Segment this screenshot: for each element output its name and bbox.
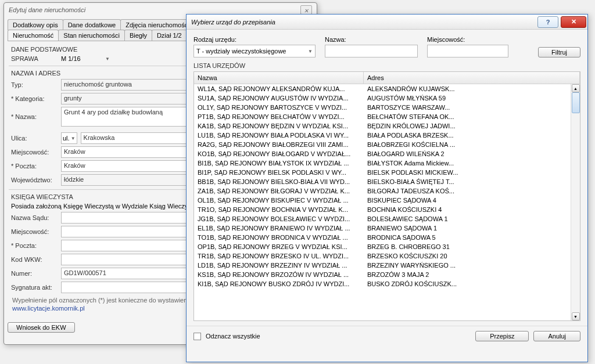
wniosek-ekw-button[interactable]: Wniosek do EKW <box>8 322 75 333</box>
miejscowosc-filter-input[interactable] <box>427 45 508 57</box>
column-nazwa[interactable]: Nazwa <box>194 72 364 84</box>
cell-nazwa: TO1B, SĄD REJONOWY BRODNICA V WYDZIAŁ ..… <box>198 234 367 241</box>
cell-nazwa: OL1B, SĄD REJONOWY BISKUPIEC V WYDZIAŁ .… <box>198 197 367 204</box>
poczta-label: * Poczta: <box>11 163 58 170</box>
cell-adres: BUSKO ZDRÓJ KOŚCIUSZK... <box>367 280 576 287</box>
cell-nazwa: EL1B, SĄD REJONOWY BRANIEWO IV WYDZIAŁ .… <box>198 225 367 232</box>
table-row[interactable]: ZA1B, SĄD REJONOWY BIŁGORAJ V WYDZIAŁ K.… <box>194 186 580 196</box>
close-icon[interactable]: ✕ <box>561 16 586 28</box>
cell-nazwa: SU1A, SĄD REJONOWY AUGUSTÓW IV WYDZIA... <box>198 95 367 102</box>
cell-nazwa: OL1Y, SĄD REJONOWY BARTOSZYCE V WYDZI... <box>198 104 367 111</box>
table-row[interactable]: OL1B, SĄD REJONOWY BISKUPIEC V WYDZIAŁ .… <box>194 196 580 205</box>
rodzaj-select[interactable]: T - wydziały wieczystoksięgowe ▼ <box>193 45 316 57</box>
cell-adres: BRZESKO KOŚCIUSZKI 20 <box>367 253 576 260</box>
footnote-text: Wypełnienie pól oznaczonych (*) jest kon… <box>12 297 189 304</box>
chevron-down-icon: ▼ <box>71 136 76 141</box>
table-row[interactable]: SU1A, SĄD REJONOWY AUGUSTÓW IV WYDZIA...… <box>194 93 580 103</box>
scroll-down-icon[interactable]: ▼ <box>572 312 580 320</box>
cell-nazwa: KS1B, SĄD REJONOWY BRZOZÓW IV WYDZIAŁ ..… <box>198 271 367 278</box>
cell-nazwa: RA2G, SĄD REJONOWY BIAŁOBRZEGI VIII ZAMI… <box>198 141 367 148</box>
chevron-down-icon: ▼ <box>308 49 313 54</box>
kategoria-label: * Kategoria: <box>11 95 58 102</box>
scrollbar-track[interactable] <box>572 92 580 312</box>
przepisz-button[interactable]: Przepisz <box>475 331 529 341</box>
miejscowosc2-label: Miejscowość: <box>11 228 58 235</box>
table-row[interactable]: TR1O, SĄD REJONOWY BOCHNIA V WYDZIAŁ K..… <box>194 205 580 214</box>
tab-zdjecia[interactable]: Zdjęcia nieruchomości <box>120 19 194 30</box>
tab-dzial12[interactable]: Dział 1/2 <box>152 30 187 41</box>
tab-stan[interactable]: Stan nieruchomości <box>58 30 125 41</box>
ulica-prefix-select[interactable]: ul.▼ <box>61 132 77 144</box>
cell-adres: BRZOZÓW 3 MAJA 2 <box>367 271 576 278</box>
footnote-link[interactable]: www.licytacje.komornik.pl <box>12 305 85 312</box>
column-adres[interactable]: Adres <box>364 72 580 84</box>
help-icon[interactable]: ? <box>537 16 558 28</box>
rodzaj-value: T - wydziały wieczystoksięgowe <box>196 48 286 55</box>
tab-nieruchomosc[interactable]: Nieruchomość <box>8 30 59 41</box>
table-row[interactable]: OL1Y, SĄD REJONOWY BARTOSZYCE V WYDZI...… <box>194 103 580 112</box>
cell-nazwa: BI1P, SĄD REJONOWY BIELSK PODLASKI V WY.… <box>198 169 367 176</box>
cell-adres: BIŁGORAJ TADEUSZA KOŚ... <box>367 188 576 194</box>
dialog-title: Wybierz urząd do przepisania <box>191 19 536 26</box>
table-row[interactable]: PT1B, SĄD REJONOWY BEŁCHATÓW V WYDZI...B… <box>194 112 580 121</box>
cell-adres: BOCHNIA KOŚCIUSZKI 4 <box>367 206 576 213</box>
table-row[interactable]: RA2G, SĄD REJONOWY BIAŁOBRZEGI VIII ZAMI… <box>194 140 580 149</box>
table-row[interactable]: WL1A, SĄD REJONOWY ALEKSANDRÓW KUJA...AL… <box>194 84 580 93</box>
nazwa-filter-label: Nazwa: <box>325 36 418 43</box>
cell-nazwa: WL1A, SĄD REJONOWY ALEKSANDRÓW KUJA... <box>198 85 367 92</box>
table-row[interactable]: KI1B, SĄD REJONOWY BUSKO ZDRÓJ IV WYDZI.… <box>194 279 580 289</box>
table-row[interactable]: LU1B, SĄD REJONOWY BIAŁA PODLASKA VI WY.… <box>194 131 580 140</box>
sygnatura-label: Sygnatura akt: <box>11 284 58 291</box>
sprawa-value: M 1/16 <box>61 55 102 62</box>
close-icon[interactable]: ⨉ <box>300 5 312 15</box>
cell-adres: ALEKSANDRÓW KUJAWSK... <box>367 85 576 92</box>
cell-adres: BRANIEWO SĄDOWA 1 <box>367 225 576 232</box>
tab-dodatkowy-opis[interactable]: Dodatkowy opis <box>8 19 63 30</box>
cell-adres: BISKUPIEC SĄDOWA 4 <box>367 197 576 204</box>
table-row[interactable]: JG1B, SĄD REJONOWY BOLESŁAWIEC V WYDZI..… <box>194 214 580 224</box>
chevron-down-icon[interactable]: ▼ <box>105 56 110 62</box>
kod-wkw-label: Kod WKW: <box>11 256 58 263</box>
nazwa-filter-input[interactable] <box>325 45 418 57</box>
table-row[interactable]: TO1B, SĄD REJONOWY BRODNICA V WYDZIAŁ ..… <box>194 233 580 242</box>
sprawa-label: SPRAWA <box>11 55 58 62</box>
cell-nazwa: BB1B, SĄD REJONOWY BIELSKO-BIAŁA VII WYD… <box>198 178 367 185</box>
table-row[interactable]: KO1B, SĄD REJONOWY BIAŁOGARD V WYDZIAŁ..… <box>194 149 580 158</box>
anuluj-button[interactable]: Anuluj <box>533 331 580 341</box>
lista-urzedow-title: LISTA URZĘDÓW <box>193 57 580 71</box>
dialog-body: Rodzaj urzędu: T - wydziały wieczystoksi… <box>187 30 587 326</box>
cell-nazwa: TR1O, SĄD REJONOWY BOCHNIA V WYDZIAŁ K..… <box>198 206 367 213</box>
scrollbar[interactable]: ▲ ▼ <box>571 84 580 320</box>
cell-adres: BARTOSZYCE WARSZAW... <box>367 104 576 111</box>
nazwa-label: * Nazwa: <box>11 113 58 120</box>
cell-adres: BIELSK PODLASKI MICKIEW... <box>367 169 576 176</box>
numer-label: Numer: <box>11 270 58 277</box>
scrollbar-thumb[interactable] <box>572 92 580 113</box>
scroll-up-icon[interactable]: ▲ <box>572 84 580 92</box>
cell-adres: AUGUSTÓW MŁYŃSKA 59 <box>367 95 576 102</box>
cell-adres: BRODNICA SĄDOWA 5 <box>367 234 576 241</box>
table-row[interactable]: OP1B, SĄD REJONOWY BRZEG V WYDZIAŁ KSI..… <box>194 242 580 251</box>
table-row[interactable]: KS1B, SĄD REJONOWY BRZOZÓW IV WYDZIAŁ ..… <box>194 270 580 279</box>
table-row[interactable]: KA1B, SĄD REJONOWY BĘDZIN V WYDZIAŁ KSI.… <box>194 121 580 131</box>
table-row[interactable]: LD1B, SĄD REJONOWY BRZEZINY IV WYDZIAŁ .… <box>194 261 580 270</box>
tab-biegly[interactable]: Biegły <box>124 30 152 41</box>
cell-adres: BOLESŁAWIEC SĄDOWA 1 <box>367 215 576 222</box>
list-rows: WL1A, SĄD REJONOWY ALEKSANDRÓW KUJA...AL… <box>194 84 580 320</box>
table-row[interactable]: BI1B, SĄD REJONOWY BIAŁYSTOK IX WYDZIAŁ … <box>194 158 580 168</box>
tab-dane-dodatkowe[interactable]: Dane dodatkowe <box>63 19 121 30</box>
cell-adres: BIAŁOBRZEGI KOŚCIELNA ... <box>367 141 576 148</box>
table-row[interactable]: BI1P, SĄD REJONOWY BIELSK PODLASKI V WY.… <box>194 168 580 177</box>
filtruj-button[interactable]: Filtruj <box>538 47 580 57</box>
table-row[interactable]: EL1B, SĄD REJONOWY BRANIEWO IV WYDZIAŁ .… <box>194 224 580 233</box>
cell-adres: BĘDZIN KRÓLOWEJ JADWI... <box>367 122 576 129</box>
wojewodztwo-label: Województwo: <box>11 176 58 183</box>
odznacz-checkbox[interactable] <box>193 333 201 340</box>
table-row[interactable]: TR1B, SĄD REJONOWY BRZESKO IV UL. WYDZI.… <box>194 251 580 261</box>
table-row[interactable]: BB1B, SĄD REJONOWY BIELSKO-BIAŁA VII WYD… <box>194 177 580 186</box>
cell-nazwa: JG1B, SĄD REJONOWY BOLESŁAWIEC V WYDZI..… <box>198 215 367 222</box>
office-list: Nazwa Adres WL1A, SĄD REJONOWY ALEKSANDR… <box>193 71 580 321</box>
miejscowosc-label: Miejscowość: <box>11 149 58 156</box>
cell-adres: BRZEG B. CHROBREGO 31 <box>367 243 576 250</box>
dialog-footer: Odznacz wszystkie Przepisz Anuluj <box>187 326 587 346</box>
